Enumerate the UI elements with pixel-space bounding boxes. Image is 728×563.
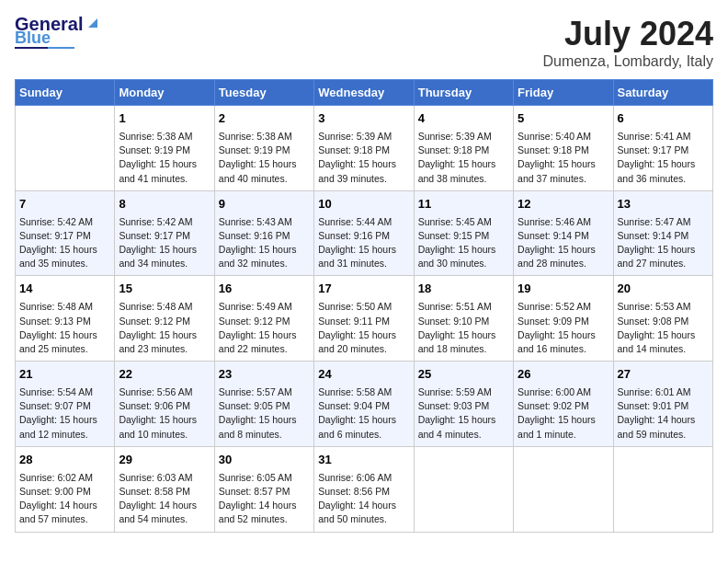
cell-info: Sunrise: 5:42 AM Sunset: 9:17 PM Dayligh… (19, 215, 110, 271)
date-number: 25 (418, 366, 509, 384)
svg-marker-0 (88, 18, 97, 28)
calendar-cell: 28Sunrise: 6:02 AM Sunset: 9:00 PM Dayli… (16, 446, 115, 532)
cell-info: Sunrise: 5:39 AM Sunset: 9:18 PM Dayligh… (318, 130, 409, 186)
date-number: 9 (219, 196, 310, 213)
date-number: 15 (119, 281, 210, 298)
cell-info: Sunrise: 5:57 AM Sunset: 9:05 PM Dayligh… (219, 385, 310, 442)
week-row-1: 1Sunrise: 5:38 AM Sunset: 9:19 PM Daylig… (16, 106, 713, 191)
calendar-cell: 24Sunrise: 5:58 AM Sunset: 9:04 PM Dayli… (314, 362, 414, 447)
logo-text-blue: Blue (15, 29, 51, 46)
calendar-cell: 26Sunrise: 6:00 AM Sunset: 9:02 PM Dayli… (514, 362, 613, 447)
cell-info: Sunrise: 5:53 AM Sunset: 9:08 PM Dayligh… (618, 300, 709, 356)
calendar-cell: 16Sunrise: 5:49 AM Sunset: 9:12 PM Dayli… (214, 276, 313, 362)
cell-info: Sunrise: 5:48 AM Sunset: 9:12 PM Dayligh… (119, 300, 210, 356)
cell-info: Sunrise: 6:00 AM Sunset: 9:02 PM Dayligh… (518, 385, 609, 442)
date-number: 30 (219, 452, 310, 469)
calendar-cell: 10Sunrise: 5:44 AM Sunset: 9:16 PM Dayli… (314, 190, 414, 276)
date-number: 20 (618, 281, 709, 298)
date-number: 22 (119, 366, 210, 384)
cell-info: Sunrise: 5:59 AM Sunset: 9:03 PM Dayligh… (418, 385, 509, 442)
date-number: 27 (618, 366, 709, 384)
logo: General Blue (15, 15, 101, 49)
calendar-cell: 8Sunrise: 5:42 AM Sunset: 9:17 PM Daylig… (115, 190, 214, 276)
cell-info: Sunrise: 5:43 AM Sunset: 9:16 PM Dayligh… (219, 215, 310, 271)
cell-info: Sunrise: 5:41 AM Sunset: 9:17 PM Dayligh… (618, 130, 709, 186)
date-number: 6 (618, 110, 709, 128)
calendar-cell (414, 446, 513, 532)
calendar-cell: 29Sunrise: 6:03 AM Sunset: 8:58 PM Dayli… (115, 446, 214, 532)
date-number: 17 (318, 281, 409, 298)
cell-info: Sunrise: 5:50 AM Sunset: 9:11 PM Dayligh… (318, 300, 409, 356)
date-number: 21 (19, 366, 110, 384)
cell-info: Sunrise: 5:52 AM Sunset: 9:09 PM Dayligh… (518, 300, 609, 356)
date-number: 26 (518, 366, 609, 384)
date-number: 13 (618, 196, 709, 213)
calendar-header: SundayMondayTuesdayWednesdayThursdayFrid… (16, 80, 713, 106)
calendar-cell (613, 446, 712, 532)
calendar-table: SundayMondayTuesdayWednesdayThursdayFrid… (15, 79, 713, 533)
column-header-wednesday: Wednesday (314, 80, 414, 106)
column-header-friday: Friday (514, 80, 613, 106)
calendar-cell: 27Sunrise: 6:01 AM Sunset: 9:01 PM Dayli… (613, 362, 712, 447)
date-number: 11 (418, 196, 509, 213)
cell-info: Sunrise: 5:45 AM Sunset: 9:15 PM Dayligh… (418, 215, 509, 271)
cell-info: Sunrise: 6:03 AM Sunset: 8:58 PM Dayligh… (119, 471, 210, 527)
calendar-cell: 18Sunrise: 5:51 AM Sunset: 9:10 PM Dayli… (414, 276, 513, 362)
calendar-cell: 11Sunrise: 5:45 AM Sunset: 9:15 PM Dayli… (414, 190, 513, 276)
cell-info: Sunrise: 5:58 AM Sunset: 9:04 PM Dayligh… (318, 385, 409, 442)
date-number: 29 (119, 452, 210, 469)
calendar-cell: 9Sunrise: 5:43 AM Sunset: 9:16 PM Daylig… (214, 190, 313, 276)
column-header-monday: Monday (115, 80, 214, 106)
column-header-tuesday: Tuesday (214, 80, 313, 106)
calendar-cell: 21Sunrise: 5:54 AM Sunset: 9:07 PM Dayli… (16, 362, 115, 447)
cell-info: Sunrise: 5:46 AM Sunset: 9:14 PM Dayligh… (518, 215, 609, 271)
calendar-cell: 14Sunrise: 5:48 AM Sunset: 9:13 PM Dayli… (16, 276, 115, 362)
date-number: 24 (318, 366, 409, 384)
week-row-3: 14Sunrise: 5:48 AM Sunset: 9:13 PM Dayli… (16, 276, 713, 362)
calendar-cell: 31Sunrise: 6:06 AM Sunset: 8:56 PM Dayli… (314, 446, 414, 532)
calendar-cell: 13Sunrise: 5:47 AM Sunset: 9:14 PM Dayli… (613, 190, 712, 276)
cell-info: Sunrise: 6:05 AM Sunset: 8:57 PM Dayligh… (219, 471, 310, 527)
calendar-cell (16, 106, 115, 191)
cell-info: Sunrise: 5:40 AM Sunset: 9:18 PM Dayligh… (518, 130, 609, 186)
calendar-cell: 2Sunrise: 5:38 AM Sunset: 9:19 PM Daylig… (214, 106, 313, 191)
date-number: 1 (119, 110, 210, 128)
page-header: General Blue July 2024 Dumenza, Lombardy… (15, 15, 713, 70)
cell-info: Sunrise: 5:51 AM Sunset: 9:10 PM Dayligh… (418, 300, 509, 356)
cell-info: Sunrise: 5:42 AM Sunset: 9:17 PM Dayligh… (119, 215, 210, 271)
date-number: 19 (518, 281, 609, 298)
logo-icon (85, 15, 101, 31)
calendar-cell: 6Sunrise: 5:41 AM Sunset: 9:17 PM Daylig… (613, 106, 712, 191)
location-title: Dumenza, Lombardy, Italy (542, 53, 713, 70)
calendar-cell: 12Sunrise: 5:46 AM Sunset: 9:14 PM Dayli… (514, 190, 613, 276)
cell-info: Sunrise: 5:47 AM Sunset: 9:14 PM Dayligh… (618, 215, 709, 271)
cell-info: Sunrise: 5:39 AM Sunset: 9:18 PM Dayligh… (418, 130, 509, 186)
date-number: 12 (518, 196, 609, 213)
date-number: 28 (19, 452, 110, 469)
date-number: 31 (318, 452, 409, 469)
calendar-cell: 15Sunrise: 5:48 AM Sunset: 9:12 PM Dayli… (115, 276, 214, 362)
cell-info: Sunrise: 5:48 AM Sunset: 9:13 PM Dayligh… (19, 300, 110, 356)
calendar-body: 1Sunrise: 5:38 AM Sunset: 9:19 PM Daylig… (16, 106, 713, 533)
calendar-cell: 20Sunrise: 5:53 AM Sunset: 9:08 PM Dayli… (613, 276, 712, 362)
week-row-5: 28Sunrise: 6:02 AM Sunset: 9:00 PM Dayli… (16, 446, 713, 532)
cell-info: Sunrise: 5:44 AM Sunset: 9:16 PM Dayligh… (318, 215, 409, 271)
date-number: 14 (19, 281, 110, 298)
calendar-cell: 30Sunrise: 6:05 AM Sunset: 8:57 PM Dayli… (214, 446, 313, 532)
date-number: 5 (518, 110, 609, 128)
title-area: July 2024 Dumenza, Lombardy, Italy (542, 15, 713, 70)
date-number: 23 (219, 366, 310, 384)
header-row: SundayMondayTuesdayWednesdayThursdayFrid… (16, 80, 713, 106)
cell-info: Sunrise: 5:54 AM Sunset: 9:07 PM Dayligh… (19, 385, 110, 442)
date-number: 4 (418, 110, 509, 128)
date-number: 10 (318, 196, 409, 213)
date-number: 16 (219, 281, 310, 298)
cell-info: Sunrise: 6:01 AM Sunset: 9:01 PM Dayligh… (618, 385, 709, 442)
cell-info: Sunrise: 5:38 AM Sunset: 9:19 PM Dayligh… (119, 130, 210, 186)
week-row-2: 7Sunrise: 5:42 AM Sunset: 9:17 PM Daylig… (16, 190, 713, 276)
week-row-4: 21Sunrise: 5:54 AM Sunset: 9:07 PM Dayli… (16, 362, 713, 447)
calendar-cell: 3Sunrise: 5:39 AM Sunset: 9:18 PM Daylig… (314, 106, 414, 191)
month-title: July 2024 (542, 15, 713, 53)
cell-info: Sunrise: 5:56 AM Sunset: 9:06 PM Dayligh… (119, 385, 210, 442)
calendar-cell: 4Sunrise: 5:39 AM Sunset: 9:18 PM Daylig… (414, 106, 513, 191)
